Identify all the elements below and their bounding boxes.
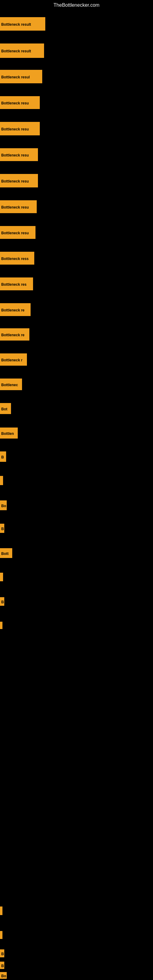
bottleneck-label-14: Bottleneck r <box>0 353 27 366</box>
bottleneck-label-30: Bo <box>0 972 7 979</box>
bottleneck-label-6: Bottleneck resu <box>0 148 38 161</box>
bottleneck-label-20: Bo <box>0 500 7 510</box>
bottleneck-label-11: Bottleneck res <box>0 277 33 290</box>
bottleneck-label-13: Bottleneck re <box>0 328 29 340</box>
bottleneck-label-2: Bottleneck result <box>0 43 44 58</box>
bottleneck-label-26 <box>0 907 2 915</box>
bottleneck-label-23 <box>0 573 3 581</box>
bottleneck-label-4: Bottleneck resu <box>0 96 40 109</box>
bottleneck-label-21: B <box>0 524 4 533</box>
bottleneck-label-16: Bot <box>0 403 11 414</box>
bottleneck-label-27 <box>0 931 2 939</box>
bottleneck-label-24: B <box>0 597 4 606</box>
bottleneck-label-28: B <box>0 950 4 957</box>
bottleneck-label-29: B <box>0 962 4 969</box>
site-title: TheBottlenecker.com <box>0 0 153 10</box>
bottleneck-label-1: Bottleneck result <box>0 17 45 30</box>
bottleneck-label-25 <box>0 622 2 629</box>
bottleneck-label-5: Bottleneck resu <box>0 122 40 135</box>
bottleneck-label-9: Bottleneck resu <box>0 226 35 239</box>
bottleneck-label-10: Bottleneck ress <box>0 252 34 265</box>
bottleneck-label-8: Bottleneck resu <box>0 200 37 213</box>
bottleneck-label-17: Bottlen <box>0 428 18 439</box>
bottleneck-label-12: Bottleneck re <box>0 303 30 316</box>
bottleneck-label-3: Bottleneck resul <box>0 70 42 83</box>
bottleneck-label-22: Bott <box>0 548 12 558</box>
bottleneck-label-15: Bottlenec <box>0 379 22 390</box>
bottleneck-label-18: B <box>0 452 6 462</box>
bottleneck-label-19 <box>0 476 3 485</box>
bottleneck-label-7: Bottleneck resu <box>0 174 38 188</box>
